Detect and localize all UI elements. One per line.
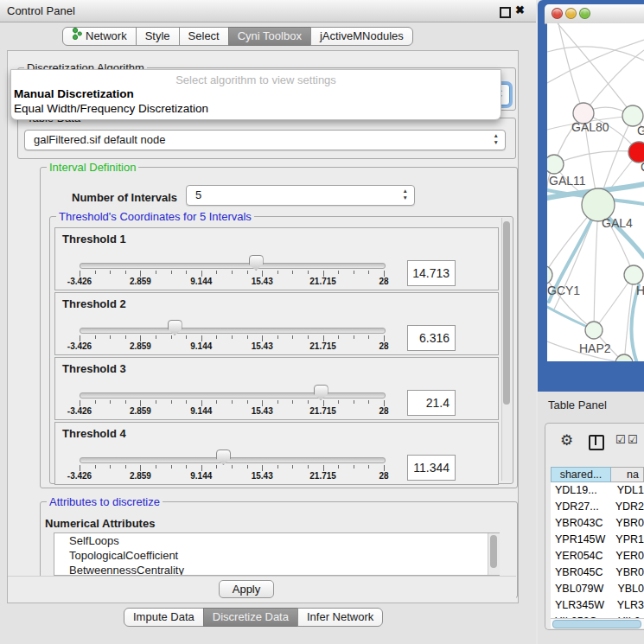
table-row[interactable]: YDL19...YDL1 bbox=[551, 482, 644, 499]
thresholds-scrollbar-thumb[interactable] bbox=[503, 221, 510, 405]
slider-tick bbox=[125, 400, 126, 404]
slider-tick bbox=[186, 400, 187, 404]
slider-tick-label: 2.859 bbox=[121, 406, 159, 416]
table-row[interactable]: YLR345WYLR3 bbox=[551, 597, 644, 614]
slider-tick bbox=[338, 271, 339, 274]
table-row[interactable]: YBR045CYBR0 bbox=[551, 564, 644, 581]
slider-tick bbox=[368, 271, 369, 274]
slider-tick-label: 28 bbox=[365, 277, 403, 286]
network-node-label: GA bbox=[637, 124, 644, 137]
network-node-label: H bbox=[636, 284, 644, 297]
table-data-selected-value: galFiltered.sif default node bbox=[34, 131, 165, 150]
float-window-icon[interactable] bbox=[500, 7, 511, 18]
table-hscrollbar-track[interactable] bbox=[551, 618, 644, 628]
threshold-value-field[interactable]: 21.4 bbox=[407, 390, 456, 416]
close-light-icon[interactable] bbox=[552, 8, 563, 19]
dropdown-option[interactable]: Manual Discretization bbox=[11, 86, 501, 101]
slider-tick-label: 9.144 bbox=[182, 341, 220, 351]
apply-button[interactable]: Apply bbox=[219, 580, 274, 598]
attributes-scrollbar-thumb[interactable] bbox=[490, 535, 497, 568]
network-node-HAP2[interactable] bbox=[585, 322, 603, 339]
slider-tick-label: 21.715 bbox=[304, 471, 342, 481]
cell-name: YBR0 bbox=[609, 564, 644, 581]
column-header-shared[interactable]: shared... bbox=[551, 467, 611, 482]
checkbox-icon[interactable]: ☑ bbox=[615, 433, 626, 446]
network-node-label: GAL80 bbox=[571, 120, 609, 134]
columns-icon[interactable] bbox=[589, 435, 604, 450]
checkbox-icon[interactable]: ☑ bbox=[628, 433, 638, 446]
tab-jactivemnodules[interactable]: jActiveMNodules bbox=[310, 27, 413, 46]
stepper-icon[interactable]: ▲▼ bbox=[403, 188, 408, 201]
threshold-value-field[interactable]: 11.344 bbox=[407, 455, 456, 481]
slider-tick bbox=[140, 271, 141, 277]
slider-tick bbox=[140, 335, 141, 341]
slider-tick bbox=[277, 271, 278, 274]
network-edge bbox=[554, 151, 639, 164]
slider-tick bbox=[354, 465, 354, 469]
table-row[interactable]: YBR043CYBR0 bbox=[551, 515, 644, 532]
tab-discretize-data[interactable]: Discretize Data bbox=[203, 608, 298, 627]
threshold-value-field[interactable]: 14.713 bbox=[407, 260, 456, 286]
tab-style[interactable]: Style bbox=[136, 27, 180, 46]
threshold-value-field[interactable]: 6.316 bbox=[407, 325, 456, 351]
network-node-GCY1[interactable] bbox=[547, 265, 552, 284]
close-icon[interactable]: ✖ bbox=[515, 3, 525, 16]
stepper-icon[interactable]: ▲▼ bbox=[494, 132, 499, 146]
slider-tick bbox=[80, 465, 80, 471]
tab-select[interactable]: Select bbox=[179, 27, 229, 46]
slider-tick bbox=[110, 465, 111, 469]
slider-tick bbox=[292, 400, 293, 404]
threshold-panel-1: Threshold 1-3.4262.8599.14415.4321.71528… bbox=[54, 227, 499, 290]
slider-tick bbox=[95, 271, 96, 274]
network-node-label: HAP2 bbox=[579, 341, 611, 355]
tab-network[interactable]: Network bbox=[62, 27, 137, 46]
slider-tick bbox=[384, 335, 385, 341]
table-row[interactable]: YER054CYER0 bbox=[551, 548, 644, 564]
slider-tick-label: 2.859 bbox=[121, 471, 159, 481]
slider-tick bbox=[216, 400, 217, 404]
table-row[interactable]: YDR27...YDR2 bbox=[551, 499, 644, 515]
slider-track[interactable] bbox=[80, 263, 386, 269]
slider-tick bbox=[110, 335, 111, 339]
threshold-panel-2: Threshold 2-3.4262.8599.14415.4321.71528… bbox=[54, 292, 499, 355]
tab-impute-data[interactable]: Impute Data bbox=[124, 608, 204, 627]
network-edge bbox=[547, 40, 644, 83]
tab-label: Network bbox=[86, 27, 127, 46]
network-node-H[interactable] bbox=[624, 265, 643, 284]
attribute-list-item[interactable]: TopologicalCoefficient bbox=[54, 548, 499, 563]
table-hscrollbar-thumb[interactable] bbox=[552, 620, 641, 628]
slider-tick bbox=[384, 465, 385, 471]
table-data-select[interactable]: galFiltered.sif default node ▲▼ bbox=[24, 130, 506, 150]
slider-track[interactable] bbox=[80, 392, 386, 399]
slider-tick bbox=[110, 400, 111, 404]
network-canvas[interactable]: GAL80GACGAL11GAL4GCY1HHAP2 bbox=[547, 23, 644, 361]
minimize-light-icon[interactable] bbox=[565, 8, 577, 19]
slider-tick bbox=[292, 335, 293, 339]
tab-cyni-toolbox[interactable]: Cyni Toolbox bbox=[228, 27, 311, 46]
slider-tick bbox=[171, 400, 172, 404]
slider-tick bbox=[308, 465, 309, 469]
table-panel-title: Table Panel bbox=[548, 399, 607, 411]
attribute-list-item[interactable]: SelfLoops bbox=[54, 533, 499, 548]
tab-infer-network[interactable]: Infer Network bbox=[297, 608, 383, 627]
dropdown-option[interactable]: Equal Width/Frequency Discretization bbox=[11, 101, 501, 116]
slider-tick bbox=[262, 400, 263, 406]
slider-tick bbox=[338, 400, 339, 404]
numerical-attributes-list[interactable]: SelfLoopsTopologicalCoefficientBetweenne… bbox=[54, 532, 500, 576]
table-row[interactable]: YBL079WYBL0 bbox=[551, 581, 644, 597]
slider-tick-label: 21.715 bbox=[304, 277, 342, 286]
attribute-list-item[interactable]: BetweennessCentrality bbox=[54, 563, 499, 576]
tab-label: Cyni Toolbox bbox=[238, 27, 302, 46]
dropdown-options: Manual DiscretizationEqual Width/Frequen… bbox=[11, 86, 501, 116]
gear-icon[interactable]: ⚙ bbox=[560, 431, 573, 450]
zoom-light-icon[interactable] bbox=[579, 8, 590, 19]
slider-tick bbox=[368, 400, 369, 404]
slider-tick bbox=[338, 465, 339, 469]
table-row[interactable]: YPR145WYPR1 bbox=[551, 532, 644, 548]
slider-track[interactable] bbox=[80, 457, 386, 463]
slider-track[interactable] bbox=[80, 328, 386, 334]
column-header-name[interactable]: na bbox=[611, 467, 644, 482]
network-node[interactable] bbox=[615, 354, 633, 361]
number-of-intervals-select[interactable]: 5 ▲▼ bbox=[186, 185, 415, 206]
network-node-GAL11[interactable] bbox=[547, 155, 564, 174]
